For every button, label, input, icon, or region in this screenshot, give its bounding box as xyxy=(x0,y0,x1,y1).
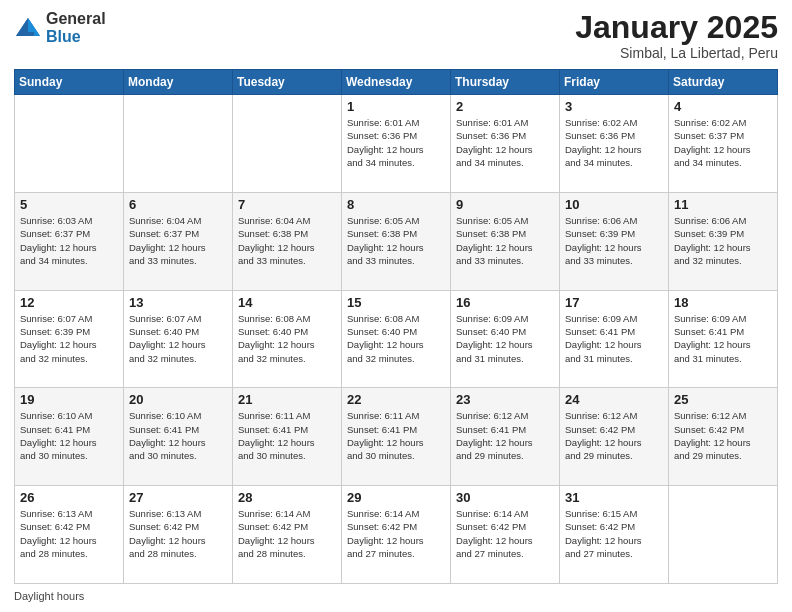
day-cell-19: 19Sunrise: 6:10 AM Sunset: 6:41 PM Dayli… xyxy=(15,388,124,486)
empty-cell xyxy=(15,95,124,193)
day-cell-18: 18Sunrise: 6:09 AM Sunset: 6:41 PM Dayli… xyxy=(669,290,778,388)
day-cell-30: 30Sunrise: 6:14 AM Sunset: 6:42 PM Dayli… xyxy=(451,486,560,584)
day-info: Sunrise: 6:09 AM Sunset: 6:41 PM Dayligh… xyxy=(674,312,772,365)
day-number: 21 xyxy=(238,392,336,407)
weekday-header-wednesday: Wednesday xyxy=(342,70,451,95)
day-number: 7 xyxy=(238,197,336,212)
day-cell-26: 26Sunrise: 6:13 AM Sunset: 6:42 PM Dayli… xyxy=(15,486,124,584)
day-number: 8 xyxy=(347,197,445,212)
week-row-4: 19Sunrise: 6:10 AM Sunset: 6:41 PM Dayli… xyxy=(15,388,778,486)
day-number: 18 xyxy=(674,295,772,310)
day-number: 25 xyxy=(674,392,772,407)
day-cell-29: 29Sunrise: 6:14 AM Sunset: 6:42 PM Dayli… xyxy=(342,486,451,584)
day-cell-16: 16Sunrise: 6:09 AM Sunset: 6:40 PM Dayli… xyxy=(451,290,560,388)
weekday-header-saturday: Saturday xyxy=(669,70,778,95)
logo-general: General xyxy=(46,10,106,28)
day-info: Sunrise: 6:04 AM Sunset: 6:38 PM Dayligh… xyxy=(238,214,336,267)
day-info: Sunrise: 6:04 AM Sunset: 6:37 PM Dayligh… xyxy=(129,214,227,267)
day-number: 26 xyxy=(20,490,118,505)
day-number: 4 xyxy=(674,99,772,114)
day-cell-10: 10Sunrise: 6:06 AM Sunset: 6:39 PM Dayli… xyxy=(560,192,669,290)
day-number: 23 xyxy=(456,392,554,407)
day-cell-9: 9Sunrise: 6:05 AM Sunset: 6:38 PM Daylig… xyxy=(451,192,560,290)
day-cell-17: 17Sunrise: 6:09 AM Sunset: 6:41 PM Dayli… xyxy=(560,290,669,388)
footer-label: Daylight hours xyxy=(14,590,84,602)
day-info: Sunrise: 6:15 AM Sunset: 6:42 PM Dayligh… xyxy=(565,507,663,560)
title-block: January 2025 Simbal, La Libertad, Peru xyxy=(575,10,778,61)
weekday-header-sunday: Sunday xyxy=(15,70,124,95)
day-info: Sunrise: 6:09 AM Sunset: 6:41 PM Dayligh… xyxy=(565,312,663,365)
day-cell-5: 5Sunrise: 6:03 AM Sunset: 6:37 PM Daylig… xyxy=(15,192,124,290)
svg-rect-3 xyxy=(22,32,34,36)
day-number: 1 xyxy=(347,99,445,114)
week-row-3: 12Sunrise: 6:07 AM Sunset: 6:39 PM Dayli… xyxy=(15,290,778,388)
day-info: Sunrise: 6:13 AM Sunset: 6:42 PM Dayligh… xyxy=(20,507,118,560)
day-number: 3 xyxy=(565,99,663,114)
empty-cell xyxy=(669,486,778,584)
day-info: Sunrise: 6:11 AM Sunset: 6:41 PM Dayligh… xyxy=(238,409,336,462)
day-info: Sunrise: 6:01 AM Sunset: 6:36 PM Dayligh… xyxy=(347,116,445,169)
day-number: 5 xyxy=(20,197,118,212)
day-cell-13: 13Sunrise: 6:07 AM Sunset: 6:40 PM Dayli… xyxy=(124,290,233,388)
day-number: 2 xyxy=(456,99,554,114)
day-number: 19 xyxy=(20,392,118,407)
footer: Daylight hours xyxy=(14,590,778,602)
day-info: Sunrise: 6:06 AM Sunset: 6:39 PM Dayligh… xyxy=(565,214,663,267)
day-info: Sunrise: 6:13 AM Sunset: 6:42 PM Dayligh… xyxy=(129,507,227,560)
day-cell-27: 27Sunrise: 6:13 AM Sunset: 6:42 PM Dayli… xyxy=(124,486,233,584)
day-info: Sunrise: 6:14 AM Sunset: 6:42 PM Dayligh… xyxy=(456,507,554,560)
day-cell-8: 8Sunrise: 6:05 AM Sunset: 6:38 PM Daylig… xyxy=(342,192,451,290)
day-info: Sunrise: 6:05 AM Sunset: 6:38 PM Dayligh… xyxy=(456,214,554,267)
day-cell-20: 20Sunrise: 6:10 AM Sunset: 6:41 PM Dayli… xyxy=(124,388,233,486)
day-number: 22 xyxy=(347,392,445,407)
day-cell-15: 15Sunrise: 6:08 AM Sunset: 6:40 PM Dayli… xyxy=(342,290,451,388)
day-info: Sunrise: 6:12 AM Sunset: 6:42 PM Dayligh… xyxy=(674,409,772,462)
day-info: Sunrise: 6:08 AM Sunset: 6:40 PM Dayligh… xyxy=(238,312,336,365)
day-number: 6 xyxy=(129,197,227,212)
logo-blue: Blue xyxy=(46,28,106,46)
day-number: 29 xyxy=(347,490,445,505)
day-info: Sunrise: 6:01 AM Sunset: 6:36 PM Dayligh… xyxy=(456,116,554,169)
day-cell-25: 25Sunrise: 6:12 AM Sunset: 6:42 PM Dayli… xyxy=(669,388,778,486)
week-row-1: 1Sunrise: 6:01 AM Sunset: 6:36 PM Daylig… xyxy=(15,95,778,193)
day-number: 30 xyxy=(456,490,554,505)
day-number: 27 xyxy=(129,490,227,505)
day-number: 31 xyxy=(565,490,663,505)
day-info: Sunrise: 6:11 AM Sunset: 6:41 PM Dayligh… xyxy=(347,409,445,462)
day-number: 24 xyxy=(565,392,663,407)
day-cell-4: 4Sunrise: 6:02 AM Sunset: 6:37 PM Daylig… xyxy=(669,95,778,193)
weekday-header-row: SundayMondayTuesdayWednesdayThursdayFrid… xyxy=(15,70,778,95)
day-info: Sunrise: 6:02 AM Sunset: 6:37 PM Dayligh… xyxy=(674,116,772,169)
day-info: Sunrise: 6:12 AM Sunset: 6:41 PM Dayligh… xyxy=(456,409,554,462)
calendar-subtitle: Simbal, La Libertad, Peru xyxy=(575,45,778,61)
day-cell-22: 22Sunrise: 6:11 AM Sunset: 6:41 PM Dayli… xyxy=(342,388,451,486)
day-info: Sunrise: 6:12 AM Sunset: 6:42 PM Dayligh… xyxy=(565,409,663,462)
day-cell-24: 24Sunrise: 6:12 AM Sunset: 6:42 PM Dayli… xyxy=(560,388,669,486)
week-row-2: 5Sunrise: 6:03 AM Sunset: 6:37 PM Daylig… xyxy=(15,192,778,290)
weekday-header-friday: Friday xyxy=(560,70,669,95)
day-info: Sunrise: 6:05 AM Sunset: 6:38 PM Dayligh… xyxy=(347,214,445,267)
day-cell-12: 12Sunrise: 6:07 AM Sunset: 6:39 PM Dayli… xyxy=(15,290,124,388)
week-row-5: 26Sunrise: 6:13 AM Sunset: 6:42 PM Dayli… xyxy=(15,486,778,584)
day-number: 15 xyxy=(347,295,445,310)
day-number: 11 xyxy=(674,197,772,212)
day-info: Sunrise: 6:10 AM Sunset: 6:41 PM Dayligh… xyxy=(129,409,227,462)
day-cell-3: 3Sunrise: 6:02 AM Sunset: 6:36 PM Daylig… xyxy=(560,95,669,193)
day-cell-28: 28Sunrise: 6:14 AM Sunset: 6:42 PM Dayli… xyxy=(233,486,342,584)
day-number: 20 xyxy=(129,392,227,407)
day-info: Sunrise: 6:08 AM Sunset: 6:40 PM Dayligh… xyxy=(347,312,445,365)
empty-cell xyxy=(124,95,233,193)
day-info: Sunrise: 6:03 AM Sunset: 6:37 PM Dayligh… xyxy=(20,214,118,267)
page: General Blue January 2025 Simbal, La Lib… xyxy=(0,0,792,612)
day-info: Sunrise: 6:02 AM Sunset: 6:36 PM Dayligh… xyxy=(565,116,663,169)
day-info: Sunrise: 6:07 AM Sunset: 6:39 PM Dayligh… xyxy=(20,312,118,365)
day-number: 12 xyxy=(20,295,118,310)
day-cell-31: 31Sunrise: 6:15 AM Sunset: 6:42 PM Dayli… xyxy=(560,486,669,584)
day-cell-23: 23Sunrise: 6:12 AM Sunset: 6:41 PM Dayli… xyxy=(451,388,560,486)
header: General Blue January 2025 Simbal, La Lib… xyxy=(14,10,778,61)
day-cell-1: 1Sunrise: 6:01 AM Sunset: 6:36 PM Daylig… xyxy=(342,95,451,193)
day-cell-7: 7Sunrise: 6:04 AM Sunset: 6:38 PM Daylig… xyxy=(233,192,342,290)
day-cell-11: 11Sunrise: 6:06 AM Sunset: 6:39 PM Dayli… xyxy=(669,192,778,290)
calendar-title: January 2025 xyxy=(575,10,778,45)
day-cell-21: 21Sunrise: 6:11 AM Sunset: 6:41 PM Dayli… xyxy=(233,388,342,486)
